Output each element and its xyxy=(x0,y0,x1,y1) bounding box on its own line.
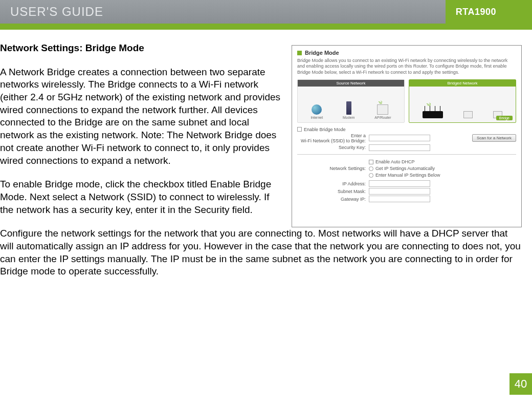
enable-bridge-checkbox[interactable] xyxy=(297,127,302,132)
scan-network-button[interactable]: Scan for a Network xyxy=(472,134,516,142)
header-bar: USER'S GUIDE RTA1900 xyxy=(0,0,532,24)
subnet-mask-label: Subnet Mask: xyxy=(297,189,369,194)
ip-address-input[interactable] xyxy=(369,180,430,187)
modem-label: Modem xyxy=(343,116,354,119)
ip-address-label: IP Address: xyxy=(297,181,369,186)
auto-dhcp-label: Enable Auto DHCP xyxy=(375,159,415,164)
modem-icon xyxy=(346,101,351,115)
divider xyxy=(297,154,516,155)
green-stripe xyxy=(0,24,532,30)
internet-label: Internet xyxy=(311,116,323,119)
section-heading: Network Settings: Bridge Mode xyxy=(0,42,284,55)
subnet-mask-input[interactable] xyxy=(369,188,430,195)
panel-title: Bridge Mode xyxy=(305,50,339,56)
get-ip-auto-radio[interactable] xyxy=(369,166,373,171)
panel-description: Bridge Mode allows you to connect to an … xyxy=(297,58,516,75)
header-model: RTA1900 xyxy=(456,7,496,17)
bridge-mode-screenshot: Bridge Mode Bridge Mode allows you to co… xyxy=(292,45,522,227)
pc-icon xyxy=(463,111,473,118)
auto-dhcp-checkbox[interactable] xyxy=(369,160,373,164)
ap-router-icon: ༄ xyxy=(377,104,388,115)
source-network-label: Source Network xyxy=(298,80,404,87)
paragraph-2: To enable Bridge mode, click the checkbo… xyxy=(0,178,284,216)
manual-ip-radio[interactable] xyxy=(369,173,373,178)
ssid-label: Enter a Wi-Fi Network (SSID) to Bridge: xyxy=(297,133,369,143)
router-icon: ༄ xyxy=(423,111,443,118)
wifi-icon: ༄ xyxy=(379,99,382,107)
security-key-label: Security Key: xyxy=(297,145,369,150)
header-model-wrap: RTA1900 xyxy=(446,0,532,24)
manual-ip-label: Enter Manual IP Settings Below xyxy=(375,173,440,178)
ssid-input[interactable] xyxy=(369,135,430,141)
gateway-ip-input[interactable] xyxy=(369,196,430,202)
wifi-icon: ༄ xyxy=(427,101,431,110)
globe-icon xyxy=(312,104,322,115)
paragraph-3: Configure the network settings for the n… xyxy=(0,227,522,278)
bridge-badge: Bridge xyxy=(496,116,513,120)
enable-bridge-label: Enable Bridge Mode xyxy=(304,127,346,132)
get-ip-auto-label: Get IP Settings Automatically xyxy=(375,166,435,171)
gateway-ip-label: Gateway IP: xyxy=(297,197,369,202)
ap-label: AP/Router xyxy=(374,116,391,119)
network-settings-label: Network Settings: xyxy=(297,166,369,171)
security-key-input[interactable] xyxy=(369,144,430,151)
header-title: USER'S GUIDE xyxy=(10,5,446,19)
bridged-network-label: Bridged Network xyxy=(409,80,516,87)
network-diagram: Source Network Internet Modem ༄AP/Router… xyxy=(297,79,516,123)
paragraph-1: A Network Bridge creates a connection be… xyxy=(0,66,284,167)
square-icon xyxy=(297,51,302,55)
page-number: 40 xyxy=(509,373,532,395)
